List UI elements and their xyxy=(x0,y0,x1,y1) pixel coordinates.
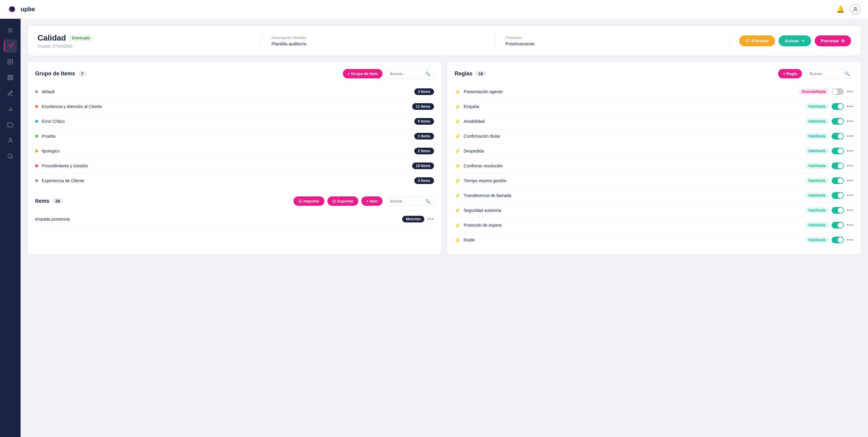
rule-left: ⚡ Confirmación titular xyxy=(455,133,500,139)
items-title: Items xyxy=(35,198,50,204)
rule-dots-menu[interactable]: ••• xyxy=(847,103,854,110)
items-panel-header: Items 28 Importar Exportar + Item xyxy=(35,196,434,206)
rules-panel-header: Reglas 18 + Regla 🔍 xyxy=(455,69,854,78)
rule-toggle[interactable] xyxy=(832,148,844,154)
groups-search-input[interactable] xyxy=(385,69,434,78)
sidebar-item-broadcasts[interactable] xyxy=(4,39,17,53)
sidebar-item-search[interactable] xyxy=(4,149,17,163)
rules-search-input[interactable] xyxy=(805,69,854,78)
group-list-item[interactable]: Error Crítico 0 Items xyxy=(35,114,434,129)
rule-toggle[interactable] xyxy=(832,237,844,243)
toggle-knob xyxy=(838,119,843,124)
group-list-item[interactable]: default 3 Items xyxy=(35,85,434,99)
rule-toggle[interactable] xyxy=(832,163,844,169)
rule-list-item: ⚡ Protocolo de espera Habilitada ••• xyxy=(455,218,854,233)
user-menu[interactable] xyxy=(850,4,861,15)
group-list-item[interactable]: Experiencia de Cliente 4 Items xyxy=(35,173,434,188)
group-list-item[interactable]: Procedimiento y Gestión 10 Items xyxy=(35,159,434,173)
bolt-icon: ⚡ xyxy=(455,119,461,124)
svg-marker-19 xyxy=(841,39,845,43)
import-button[interactable]: Importar xyxy=(293,196,324,206)
sidebar-item-users[interactable] xyxy=(4,134,17,147)
bolt-icon: ⚡ xyxy=(455,193,461,199)
group-list-item[interactable]: Excelencia y Atención al Cliente 11 Item… xyxy=(35,99,434,114)
rule-name: Tiempo espera gestión xyxy=(464,178,507,183)
group-dot xyxy=(35,149,38,153)
rule-toggle-wrap xyxy=(832,103,844,110)
rule-toggle[interactable] xyxy=(832,177,844,184)
rule-name: Transferencia de llamada xyxy=(464,193,511,198)
rule-dots-menu[interactable]: ••• xyxy=(847,178,854,184)
group-dot xyxy=(35,105,38,108)
group-list-item[interactable]: Prueba 1 Items xyxy=(35,129,434,144)
add-group-button[interactable]: + Grupo de Item xyxy=(343,69,382,78)
sidebar-item-analytics[interactable] xyxy=(4,102,17,115)
add-rule-button[interactable]: + Regla xyxy=(778,69,802,78)
rule-toggle[interactable] xyxy=(832,118,844,125)
rule-left: ⚡ Protocolo de espera xyxy=(455,223,501,228)
rule-toggle[interactable] xyxy=(832,207,844,214)
items-list: empatia presencia Mención ••• xyxy=(35,212,434,227)
rule-left: ⚡ Transferencia de llamada xyxy=(455,193,511,199)
model-actions: Entrenar Activar Procesar xyxy=(730,35,851,46)
group-list-item[interactable]: tipologico 2 Items xyxy=(35,144,434,159)
svg-point-0 xyxy=(854,7,856,9)
rule-status-label: Habilitada xyxy=(805,237,829,243)
rule-right: Deshabilitada ••• xyxy=(799,88,854,95)
sidebar-item-boards[interactable] xyxy=(4,71,17,84)
train-button[interactable]: Entrenar xyxy=(739,35,775,46)
rule-toggle-wrap xyxy=(832,133,844,139)
rule-toggle[interactable] xyxy=(832,88,844,95)
rule-dots-menu[interactable]: ••• xyxy=(847,148,854,154)
group-items-badge: 10 Items xyxy=(412,163,434,169)
group-dot xyxy=(35,120,38,123)
group-item-left: Procedimiento y Gestión xyxy=(35,163,88,168)
toggle-knob xyxy=(838,148,843,154)
precision-value: Próximamente xyxy=(505,41,720,46)
model-status-badge: Entrenado xyxy=(69,35,93,41)
rule-name: Protocolo de espera xyxy=(464,223,501,228)
rules-search-box: 🔍 xyxy=(805,69,854,78)
items-search-input[interactable] xyxy=(385,196,434,206)
add-item-button[interactable]: + Item xyxy=(361,196,382,206)
rule-toggle[interactable] xyxy=(832,133,844,139)
sidebar-item-edit[interactable] xyxy=(4,87,17,100)
item-dots-menu[interactable]: ••• xyxy=(427,216,434,223)
rule-list-item: ⚡ Seguridad ausencia Habilitada ••• xyxy=(455,203,854,218)
process-button[interactable]: Procesar xyxy=(815,35,851,46)
item-list-row[interactable]: empatia presencia Mención ••• xyxy=(35,212,434,227)
svg-rect-10 xyxy=(8,78,10,80)
bolt-icon: ⚡ xyxy=(455,208,461,213)
notifications-bell[interactable]: 🔔 xyxy=(836,5,844,13)
rule-dots-menu[interactable]: ••• xyxy=(847,237,854,243)
group-name: default xyxy=(42,89,55,94)
sidebar-item-menu[interactable] xyxy=(4,24,17,37)
rule-toggle[interactable] xyxy=(832,192,844,199)
rule-toggle[interactable] xyxy=(832,222,844,229)
sidebar-item-lists[interactable] xyxy=(4,55,17,68)
rule-toggle[interactable] xyxy=(832,103,844,110)
rule-dots-menu[interactable]: ••• xyxy=(847,222,854,229)
rule-status-label: Habilitada xyxy=(805,103,829,109)
groups-title-group: Grupo de Items 7 xyxy=(35,70,86,77)
bolt-icon: ⚡ xyxy=(455,237,461,243)
rule-dots-menu[interactable]: ••• xyxy=(847,193,854,199)
rule-dots-menu[interactable]: ••• xyxy=(847,133,854,139)
group-name: Excelencia y Atención al Cliente xyxy=(42,104,102,109)
model-name: Calidad xyxy=(37,33,66,43)
groups-actions: + Grupo de Item 🔍 xyxy=(343,69,434,78)
logo[interactable]: upbe xyxy=(7,5,35,13)
sidebar-item-files[interactable] xyxy=(4,118,17,131)
rule-right: Habilitada ••• xyxy=(805,163,854,169)
groups-title: Grupo de Items xyxy=(35,70,75,77)
groups-count: 7 xyxy=(78,71,86,76)
rule-dots-menu[interactable]: ••• xyxy=(847,118,854,125)
rule-dots-menu[interactable]: ••• xyxy=(847,207,854,214)
rule-dots-menu[interactable]: ••• xyxy=(847,163,854,169)
toggle-knob xyxy=(838,133,843,139)
precision-label: Precisión xyxy=(505,35,720,40)
brand-name: upbe xyxy=(21,6,35,13)
activate-button[interactable]: Activar xyxy=(779,35,811,46)
rule-dots-menu[interactable]: ••• xyxy=(847,89,854,95)
export-button[interactable]: Exportar xyxy=(328,196,358,206)
